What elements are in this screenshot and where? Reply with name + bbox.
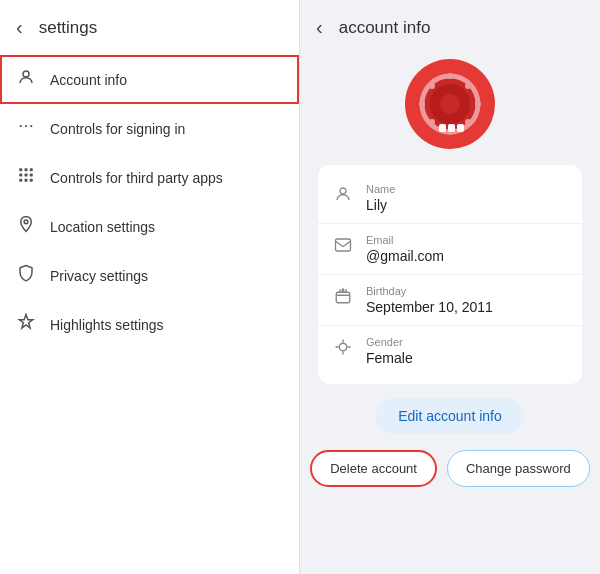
- name-text: Name Lily: [366, 183, 395, 213]
- name-row: Name Lily: [318, 173, 582, 224]
- right-back-arrow[interactable]: ‹: [316, 16, 323, 39]
- sidebar-item-privacy[interactable]: Privacy settings: [0, 251, 299, 300]
- birthday-text: Birthday September 10, 2011: [366, 285, 493, 315]
- gender-text: Gender Female: [366, 336, 413, 366]
- left-back-arrow[interactable]: ‹: [16, 16, 23, 39]
- svg-point-26: [429, 83, 435, 89]
- bottom-buttons: Delete account Change password: [310, 450, 590, 487]
- svg-point-2: [25, 125, 27, 127]
- svg-point-20: [465, 83, 471, 89]
- email-text: Email @gmail.com: [366, 234, 444, 264]
- svg-rect-8: [25, 174, 28, 177]
- svg-point-19: [447, 73, 453, 79]
- sidebar-item-account-info[interactable]: Account info: [0, 55, 299, 104]
- svg-rect-6: [30, 168, 33, 171]
- shield-icon: [16, 264, 36, 287]
- sidebar-item-label: Controls for third party apps: [50, 170, 223, 186]
- left-header: ‹ settings: [0, 0, 299, 51]
- sidebar-item-label: Controls for signing in: [50, 121, 185, 137]
- change-password-button[interactable]: Change password: [447, 450, 590, 487]
- svg-point-21: [475, 101, 481, 107]
- right-title: account info: [339, 18, 431, 38]
- location-icon: [16, 215, 36, 238]
- svg-rect-12: [30, 179, 33, 182]
- name-value: Lily: [366, 197, 395, 213]
- sidebar-item-label: Highlights settings: [50, 317, 164, 333]
- svg-point-17: [440, 94, 460, 114]
- sidebar-item-controls-signing[interactable]: Controls for signing in: [0, 104, 299, 153]
- star-icon: [16, 313, 36, 336]
- svg-rect-28: [448, 124, 455, 132]
- email-label: Email: [366, 234, 444, 246]
- name-icon: [334, 185, 354, 208]
- svg-rect-32: [336, 292, 350, 303]
- email-icon: [334, 236, 354, 259]
- sidebar-item-highlights[interactable]: Highlights settings: [0, 300, 299, 349]
- gender-row: Gender Female: [318, 326, 582, 376]
- grid-icon: [16, 117, 36, 140]
- edit-account-info-button[interactable]: Edit account info: [376, 398, 524, 434]
- info-card: Name Lily Email @gmail.com: [318, 165, 582, 384]
- svg-point-25: [419, 101, 425, 107]
- svg-point-33: [339, 343, 347, 351]
- sidebar-item-controls-third-party[interactable]: Controls for third party apps: [0, 153, 299, 202]
- birthday-label: Birthday: [366, 285, 493, 297]
- name-label: Name: [366, 183, 395, 195]
- svg-rect-10: [19, 179, 22, 182]
- left-panel: ‹ settings Account info Controls for sig…: [0, 0, 300, 574]
- svg-rect-9: [30, 174, 33, 177]
- svg-rect-5: [25, 168, 28, 171]
- sidebar-item-label: Location settings: [50, 219, 155, 235]
- svg-point-13: [24, 220, 28, 224]
- right-header: ‹ account info: [300, 0, 600, 51]
- birthday-icon: [334, 287, 354, 310]
- sidebar-item-label: Privacy settings: [50, 268, 148, 284]
- svg-rect-4: [19, 168, 22, 171]
- svg-point-30: [340, 188, 346, 194]
- birthday-value: September 10, 2011: [366, 299, 493, 315]
- birthday-row: Birthday September 10, 2011: [318, 275, 582, 326]
- svg-point-1: [20, 125, 22, 127]
- svg-point-22: [465, 119, 471, 125]
- apps-icon: [16, 166, 36, 189]
- sidebar-item-location[interactable]: Location settings: [0, 202, 299, 251]
- svg-rect-29: [457, 124, 464, 132]
- svg-rect-11: [25, 179, 28, 182]
- avatar: [405, 59, 495, 149]
- right-panel: ‹ account info: [300, 0, 600, 574]
- svg-point-24: [429, 119, 435, 125]
- sidebar-item-label: Account info: [50, 72, 127, 88]
- svg-point-0: [23, 71, 29, 77]
- gender-value: Female: [366, 350, 413, 366]
- gender-label: Gender: [366, 336, 413, 348]
- nav-list: Account info Controls for signing in Con…: [0, 55, 299, 349]
- email-row: Email @gmail.com: [318, 224, 582, 275]
- svg-rect-7: [19, 174, 22, 177]
- left-title: settings: [39, 18, 98, 38]
- person-icon: [16, 68, 36, 91]
- svg-rect-31: [336, 239, 351, 251]
- gender-icon: [334, 338, 354, 361]
- delete-account-button[interactable]: Delete account: [310, 450, 437, 487]
- svg-point-3: [30, 125, 32, 127]
- email-value: @gmail.com: [366, 248, 444, 264]
- svg-rect-27: [439, 124, 446, 132]
